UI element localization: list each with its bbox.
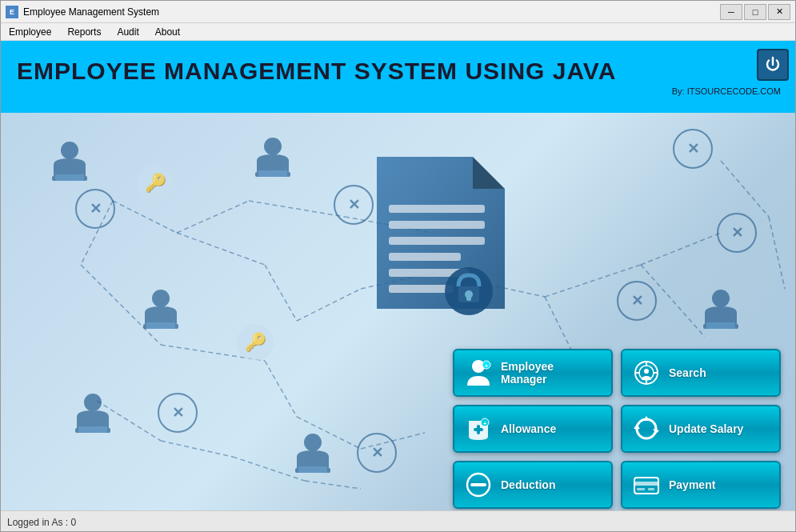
deduction-icon	[464, 470, 493, 499]
svg-point-33	[152, 290, 170, 307]
svg-point-27	[61, 142, 78, 159]
allowance-button[interactable]: + Allowance	[453, 405, 613, 453]
logged-in-status: Logged in As : 0	[7, 517, 76, 528]
search-icon	[632, 358, 661, 387]
person-node-3	[137, 289, 185, 344]
svg-rect-44	[298, 466, 327, 473]
about-menu[interactable]: About	[150, 25, 185, 39]
svg-rect-46	[389, 221, 485, 229]
center-document-icon	[369, 157, 513, 320]
x-circle-3: ✕	[717, 213, 757, 253]
x-circle-5: ✕	[75, 189, 115, 229]
svg-rect-41	[78, 426, 107, 433]
svg-point-39	[84, 394, 102, 411]
header-subtitle: By: ITSOURCECODE.COM	[17, 86, 781, 96]
app-icon: E	[6, 6, 18, 18]
svg-text:+: +	[483, 420, 487, 427]
payment-icon	[632, 470, 661, 499]
svg-marker-71	[634, 424, 640, 429]
maximize-button[interactable]: □	[744, 4, 766, 20]
window-title: Employee Management System	[23, 6, 159, 18]
header-title: EMPLOYEE MANAGEMENT SYSTEM USING JAVA	[17, 58, 781, 85]
x-circle-6: ✕	[158, 393, 198, 433]
svg-point-64	[644, 369, 649, 374]
svg-rect-38	[706, 322, 735, 329]
svg-rect-48	[389, 253, 461, 261]
status-bar: Logged in As : 0	[1, 510, 796, 532]
svg-point-36	[712, 290, 730, 307]
payment-label: Payment	[669, 478, 715, 491]
x-circle-1: ✕	[334, 185, 374, 225]
employee-manager-icon: +	[464, 358, 493, 387]
svg-rect-77	[648, 488, 654, 490]
deduction-label: Deduction	[501, 478, 555, 491]
search-button[interactable]: Search	[621, 349, 781, 397]
audit-menu[interactable]: Audit	[112, 25, 143, 39]
x-circle-7: ✕	[357, 433, 397, 473]
title-bar-left: E Employee Management System	[6, 6, 159, 18]
key-node-2: 🔑	[237, 324, 274, 361]
deduction-button[interactable]: Deduction	[453, 461, 613, 509]
person-node-1	[46, 141, 94, 196]
update-salary-label: Update Salary	[669, 422, 743, 435]
employee-menu[interactable]: Employee	[4, 25, 56, 39]
svg-rect-47	[389, 237, 485, 245]
update-salary-icon	[632, 414, 661, 443]
search-label: Search	[669, 366, 706, 379]
employee-manager-button[interactable]: + Employee Manager	[453, 349, 613, 397]
title-bar: E Employee Management System ─ □ ✕	[1, 1, 795, 23]
buttons-panel: + Employee Manager Search	[453, 349, 781, 509]
employee-manager-label: Employee Manager	[501, 360, 602, 386]
title-bar-controls: ─ □ ✕	[720, 4, 790, 20]
svg-rect-54	[466, 294, 471, 301]
svg-point-42	[304, 434, 322, 451]
update-salary-button[interactable]: Update Salary	[621, 405, 781, 453]
person-node-4	[697, 289, 745, 344]
person-node-6	[289, 433, 337, 488]
svg-rect-76	[637, 488, 645, 490]
header-bar: EMPLOYEE MANAGEMENT SYSTEM USING JAVA By…	[1, 41, 796, 113]
x-circle-4: ✕	[617, 281, 657, 321]
menu-bar: Employee Reports Audit About	[1, 23, 795, 41]
close-button[interactable]: ✕	[768, 4, 790, 20]
person-node-5	[69, 393, 117, 448]
person-node-2	[249, 137, 297, 192]
payment-button[interactable]: Payment	[621, 461, 781, 509]
allowance-icon: +	[464, 414, 493, 443]
svg-rect-66	[474, 428, 483, 431]
svg-text:+: +	[485, 362, 489, 370]
svg-rect-32	[258, 170, 287, 177]
main-content: 🔑 ✕ ✕ ✕ ✕ ✕ ✕ ✕ 🔑	[1, 41, 796, 532]
svg-rect-35	[146, 322, 175, 329]
power-button[interactable]	[757, 49, 789, 81]
svg-rect-45	[389, 205, 485, 213]
svg-text:E: E	[10, 8, 14, 16]
reports-menu[interactable]: Reports	[62, 25, 106, 39]
svg-point-30	[264, 138, 282, 155]
key-node-1: 🔑	[137, 165, 174, 202]
x-circle-2: ✕	[673, 129, 713, 169]
minimize-button[interactable]: ─	[720, 4, 742, 20]
svg-rect-75	[634, 482, 658, 486]
svg-rect-50	[389, 285, 453, 293]
svg-rect-73	[470, 483, 486, 486]
allowance-label: Allowance	[501, 422, 556, 435]
svg-rect-29	[55, 174, 84, 181]
